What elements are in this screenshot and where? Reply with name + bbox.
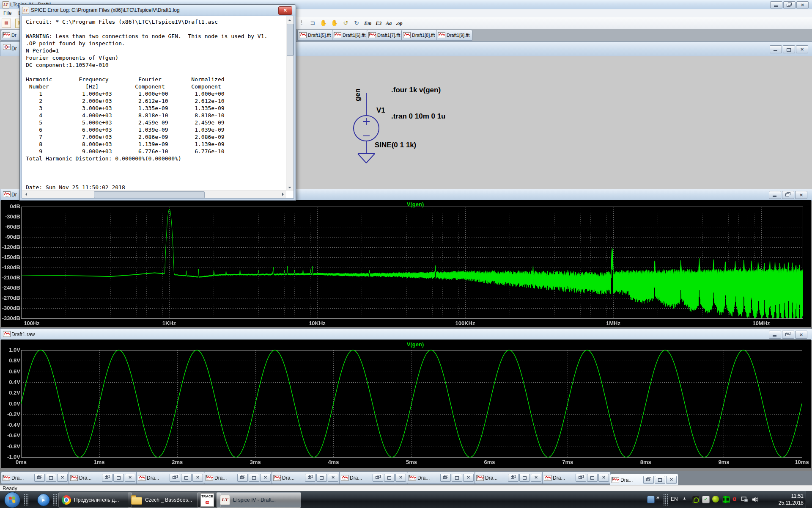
minimize-button[interactable] — [769, 331, 781, 339]
vertical-scrollbar[interactable] — [286, 16, 294, 191]
menu-item-file[interactable]: File — [0, 9, 15, 17]
maximize-button[interactable] — [384, 474, 395, 482]
close-button[interactable]: × — [598, 474, 609, 482]
restore-button[interactable] — [440, 474, 451, 482]
scroll-left-button[interactable] — [22, 191, 29, 198]
restore-button[interactable] — [373, 474, 383, 482]
gate-icon[interactable]: ⊐ — [308, 19, 317, 27]
close-button[interactable]: × — [125, 474, 135, 482]
maximize-button[interactable] — [655, 476, 665, 484]
antivirus-tray-icon[interactable] — [712, 496, 719, 502]
maximize-button[interactable] — [519, 474, 530, 482]
fft-window-bar[interactable]: Draft1[6].fft — [332, 30, 368, 41]
network-tray-icon[interactable] — [741, 497, 749, 502]
close-button[interactable]: × — [795, 331, 807, 339]
led-grid-tray-icon[interactable] — [722, 496, 730, 503]
maximize-button[interactable] — [249, 474, 259, 482]
spice-directive-four[interactable]: .four 1k v(gen) — [391, 86, 441, 94]
taskbar-button[interactable]: LTLTspice IV - Draft... — [217, 492, 301, 508]
pan-hand-icon[interactable]: ✋ — [319, 19, 328, 27]
close-button[interactable]: × — [57, 474, 68, 482]
minimized-window-bar[interactable]: Dra...× — [475, 472, 543, 484]
minimized-window-bar[interactable]: Dra...× — [204, 472, 272, 484]
minimized-window-bar[interactable]: Dra...× — [407, 472, 475, 484]
restore-button[interactable] — [34, 474, 45, 482]
close-button[interactable]: × — [796, 1, 809, 8]
minimized-window-bar[interactable]: Dra...× — [272, 472, 340, 484]
restore-button[interactable] — [643, 476, 654, 484]
minimized-window-bar[interactable]: Dra...× — [339, 472, 408, 484]
time-trace-label[interactable]: V(gen) — [373, 341, 458, 348]
nvidia-tray-icon[interactable] — [692, 496, 700, 503]
tray-clock[interactable]: 11:5125.11.2018 — [774, 493, 804, 506]
close-button[interactable]: × — [192, 474, 203, 482]
undo-icon[interactable]: ↺ — [341, 19, 350, 27]
maximize-button[interactable] — [316, 474, 327, 482]
text-icon[interactable]: Aa — [385, 19, 392, 28]
fft-window-bar[interactable]: Draft1[8].fft — [401, 30, 438, 41]
language-indicator[interactable]: EN — [671, 496, 678, 502]
alpha-tray-icon[interactable]: α — [732, 495, 737, 502]
update-check-tray-icon[interactable]: ✓ — [702, 496, 710, 503]
scroll-up-button[interactable] — [286, 16, 294, 23]
restore-button[interactable] — [783, 1, 796, 8]
close-button[interactable]: × — [666, 476, 677, 484]
spice-error-log-dialog[interactable]: LT SPICE Error Log: C:\Program Files (x8… — [19, 4, 296, 201]
taskbar-button[interactable]: Предусилитель д... — [58, 492, 132, 508]
maximize-button[interactable] — [587, 474, 598, 482]
time-plot-canvas[interactable] — [1, 340, 811, 468]
scroll-right-button[interactable] — [279, 191, 286, 198]
minimized-window-bar[interactable]: Dra...× — [69, 472, 137, 484]
maximize-button[interactable] — [783, 45, 795, 53]
restore-button[interactable] — [782, 191, 794, 199]
vertical-scroll-thumb[interactable] — [287, 24, 294, 56]
minimized-window-bar[interactable]: Dra...× — [542, 472, 611, 484]
media-player-icon[interactable]: ▶ — [37, 494, 50, 506]
minimize-button[interactable] — [770, 45, 782, 53]
dialog-close-button[interactable]: × — [278, 6, 292, 15]
horizontal-scrollbar[interactable] — [22, 190, 286, 198]
close-button[interactable]: × — [796, 45, 808, 53]
tray-app-icon[interactable] — [647, 496, 655, 503]
close-button[interactable]: × — [395, 474, 406, 482]
fft-plot-canvas[interactable] — [1, 200, 811, 327]
maximize-button[interactable] — [181, 474, 192, 482]
net-label-gen[interactable]: gen — [354, 88, 362, 101]
speaker-tray-icon[interactable] — [752, 497, 759, 502]
close-button[interactable]: × — [260, 474, 271, 482]
restore-button[interactable] — [237, 474, 248, 482]
close-button[interactable]: × — [795, 191, 807, 199]
maximize-button[interactable] — [46, 474, 56, 482]
minimized-window-bar[interactable]: Dra...× — [136, 472, 205, 484]
raw-window-titlebar[interactable]: Draft1.raw × — [0, 329, 812, 340]
tray-overflow-chevron[interactable]: » — [656, 494, 659, 500]
fft-trace-label[interactable]: V(gen) — [373, 201, 458, 207]
minimize-button[interactable] — [770, 1, 782, 8]
spice-directive-tran[interactable]: .tran 0 10m 0 1u — [391, 112, 446, 121]
source-value[interactable]: SINE(0 1 1k) — [375, 141, 416, 149]
diode-icon[interactable]: ⏚ — [297, 19, 306, 27]
show-desktop-button[interactable] — [806, 491, 812, 508]
spice-directive-icon[interactable]: .op — [395, 19, 403, 28]
maximize-button[interactable] — [452, 474, 462, 482]
restore-button[interactable] — [508, 474, 518, 482]
source-name[interactable]: V1 — [376, 106, 385, 115]
log-text-panel[interactable]: Circuit: * C:\Program Files (x86)\LTC\LT… — [22, 16, 294, 199]
close-button[interactable]: × — [463, 474, 474, 482]
drag-hand-icon[interactable]: ✋ — [330, 19, 339, 27]
restore-button[interactable] — [170, 474, 180, 482]
taskbar-button[interactable]: Czech _ BassBoos... — [128, 492, 201, 508]
show-hidden-icons[interactable]: ▲ — [683, 496, 686, 500]
fft-plot-area[interactable]: V(gen) 0dB-30dB-60dB-90dB-120dB-150dB-18… — [1, 200, 811, 327]
dialog-titlebar[interactable]: LT SPICE Error Log: C:\Program Files (x8… — [20, 5, 296, 16]
new-schematic-icon[interactable]: ▤ — [2, 19, 11, 28]
move-icon[interactable]: Em — [363, 19, 372, 28]
fft-window-bar[interactable]: Draft1[7].fft — [367, 30, 403, 41]
start-button[interactable] — [4, 492, 20, 508]
restore-button[interactable] — [576, 474, 586, 482]
minimized-window-bar[interactable]: Dra...× — [1, 472, 69, 484]
time-plot-area[interactable]: V(gen) 1.0V0.8V0.6V0.4V0.2V0.0V-0.2V-0.4… — [1, 340, 811, 468]
restore-button[interactable] — [782, 331, 794, 339]
fft-window-bar[interactable]: Draft1[9].fft — [436, 30, 472, 41]
paste-icon[interactable]: E3 — [375, 19, 382, 28]
